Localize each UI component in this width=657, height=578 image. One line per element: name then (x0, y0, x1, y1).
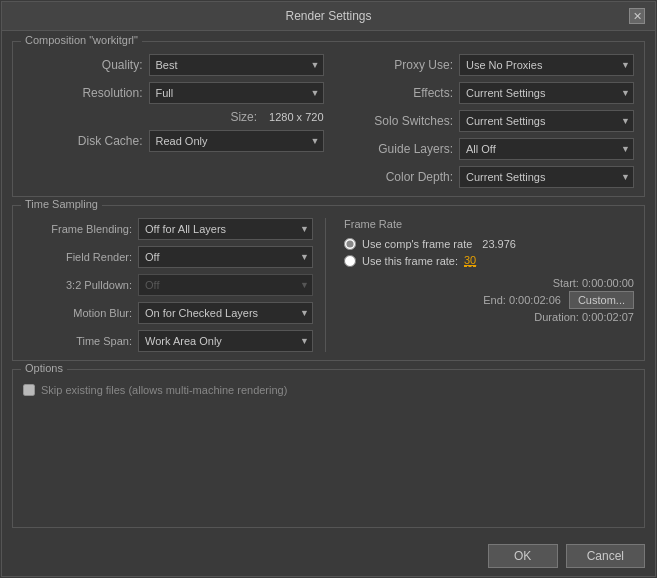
frame-blending-select[interactable]: Off for All Layers (138, 218, 313, 240)
start-time-row: Start: 0:00:00:00 (553, 277, 634, 289)
field-render-select-wrapper: Off ▼ (138, 246, 313, 268)
use-comps-frame-rate-radio[interactable] (344, 238, 356, 250)
time-sampling-content: Frame Blending: Off for All Layers ▼ Fie… (23, 214, 634, 352)
close-button[interactable]: ✕ (629, 8, 645, 24)
use-this-frame-rate-radio[interactable] (344, 255, 356, 267)
disk-cache-select-wrapper: Read Only ▼ (149, 130, 324, 152)
motion-blur-select-wrapper: On for Checked Layers ▼ (138, 302, 313, 324)
disk-cache-row: Disk Cache: Read Only ▼ (23, 130, 324, 152)
motion-blur-select[interactable]: On for Checked Layers (138, 302, 313, 324)
proxy-use-select-wrapper: Use No Proxies ▼ (459, 54, 634, 76)
composition-left-col: Quality: Best ▼ Resolution: Full (23, 54, 324, 188)
end-time-row: End: 0:00:02:06 Custom... (483, 291, 634, 309)
size-value: 1280 x 720 (263, 111, 323, 123)
effects-select[interactable]: Current Settings (459, 82, 634, 104)
duration-row: Duration: 0:00:02:07 (534, 311, 634, 323)
frame-rate-label: Frame Rate (344, 218, 634, 230)
proxy-use-label: Proxy Use: (368, 58, 453, 72)
time-sampling-section-label: Time Sampling (21, 198, 102, 210)
use-this-frame-rate-row: Use this frame rate: 30 (344, 254, 634, 267)
field-render-label: Field Render: (37, 251, 132, 263)
quality-label: Quality: (53, 58, 143, 72)
pulldown-select: Off (138, 274, 313, 296)
guide-layers-select[interactable]: All Off (459, 138, 634, 160)
frame-rate-value-link[interactable]: 30 (464, 254, 476, 267)
skip-files-row: Skip existing files (allows multi-machin… (23, 378, 634, 402)
frame-blending-row: Frame Blending: Off for All Layers ▼ (23, 218, 313, 240)
dialog-footer: OK Cancel (2, 538, 655, 576)
proxy-use-select[interactable]: Use No Proxies (459, 54, 634, 76)
dialog-body: Composition "workitgrl" Quality: Best ▼ (2, 31, 655, 538)
time-sampling-section: Time Sampling Frame Blending: Off for Al… (12, 205, 645, 361)
solo-switches-label: Solo Switches: (368, 114, 453, 128)
solo-switches-select[interactable]: Current Settings (459, 110, 634, 132)
use-comps-frame-rate-value: 23.976 (482, 238, 516, 250)
time-span-select[interactable]: Work Area Only (138, 330, 313, 352)
motion-blur-row: Motion Blur: On for Checked Layers ▼ (23, 302, 313, 324)
options-section-label: Options (21, 362, 67, 374)
frame-blending-label: Frame Blending: (37, 223, 132, 235)
duration-value: 0:00:02:07 (582, 311, 634, 323)
field-render-select[interactable]: Off (138, 246, 313, 268)
disk-cache-select[interactable]: Read Only (149, 130, 324, 152)
effects-label: Effects: (368, 86, 453, 100)
time-span-select-wrapper: Work Area Only ▼ (138, 330, 313, 352)
time-span-label: Time Span: (37, 335, 132, 347)
guide-layers-row: Guide Layers: All Off ▼ (334, 138, 635, 160)
cancel-button[interactable]: Cancel (566, 544, 645, 568)
ok-button[interactable]: OK (488, 544, 558, 568)
size-row: Size: 1280 x 720 (23, 110, 324, 124)
effects-row: Effects: Current Settings ▼ (334, 82, 635, 104)
pulldown-select-wrapper: Off ▼ (138, 274, 313, 296)
time-sampling-right: Frame Rate Use comp's frame rate 23.976 … (336, 218, 634, 352)
field-render-row: Field Render: Off ▼ (23, 246, 313, 268)
use-comps-frame-rate-label: Use comp's frame rate (362, 238, 472, 250)
title-bar: Render Settings ✕ (2, 2, 655, 31)
end-label: End: (483, 294, 506, 306)
proxy-use-row: Proxy Use: Use No Proxies ▼ (334, 54, 635, 76)
end-value: 0:00:02:06 (509, 294, 561, 306)
pulldown-label: 3:2 Pulldown: (37, 279, 132, 291)
solo-switches-select-wrapper: Current Settings ▼ (459, 110, 634, 132)
duration-label: Duration: (534, 311, 579, 323)
size-label: Size: (167, 110, 257, 124)
skip-files-label: Skip existing files (allows multi-machin… (41, 384, 287, 396)
disk-cache-label: Disk Cache: (53, 134, 143, 148)
time-span-row: Time Span: Work Area Only ▼ (23, 330, 313, 352)
options-section: Options Skip existing files (allows mult… (12, 369, 645, 528)
pulldown-row: 3:2 Pulldown: Off ▼ (23, 274, 313, 296)
use-this-frame-rate-label: Use this frame rate: (362, 255, 458, 267)
use-comps-frame-rate-row: Use comp's frame rate 23.976 (344, 238, 634, 250)
start-label: Start: (553, 277, 579, 289)
resolution-select-wrapper: Full ▼ (149, 82, 324, 104)
color-depth-row: Color Depth: Current Settings ▼ (334, 166, 635, 188)
custom-button[interactable]: Custom... (569, 291, 634, 309)
time-info: Start: 0:00:00:00 End: 0:00:02:06 Custom… (344, 277, 634, 323)
time-sampling-left: Frame Blending: Off for All Layers ▼ Fie… (23, 218, 326, 352)
composition-content: Quality: Best ▼ Resolution: Full (23, 50, 634, 188)
quality-select-wrapper: Best ▼ (149, 54, 324, 76)
start-value: 0:00:00:00 (582, 277, 634, 289)
render-settings-dialog: Render Settings ✕ Composition "workitgrl… (1, 1, 656, 577)
resolution-row: Resolution: Full ▼ (23, 82, 324, 104)
composition-section-label: Composition "workitgrl" (21, 34, 142, 46)
end-label-value: End: 0:00:02:06 (483, 294, 561, 306)
resolution-select[interactable]: Full (149, 82, 324, 104)
color-depth-label: Color Depth: (368, 170, 453, 184)
composition-right-col: Proxy Use: Use No Proxies ▼ Effects: (334, 54, 635, 188)
resolution-label: Resolution: (53, 86, 143, 100)
effects-select-wrapper: Current Settings ▼ (459, 82, 634, 104)
skip-files-checkbox (23, 384, 35, 396)
composition-section: Composition "workitgrl" Quality: Best ▼ (12, 41, 645, 197)
solo-switches-row: Solo Switches: Current Settings ▼ (334, 110, 635, 132)
quality-row: Quality: Best ▼ (23, 54, 324, 76)
guide-layers-label: Guide Layers: (368, 142, 453, 156)
guide-layers-select-wrapper: All Off ▼ (459, 138, 634, 160)
quality-select[interactable]: Best (149, 54, 324, 76)
motion-blur-label: Motion Blur: (37, 307, 132, 319)
color-depth-select-wrapper: Current Settings ▼ (459, 166, 634, 188)
color-depth-select[interactable]: Current Settings (459, 166, 634, 188)
frame-blending-select-wrapper: Off for All Layers ▼ (138, 218, 313, 240)
dialog-title: Render Settings (28, 9, 629, 23)
